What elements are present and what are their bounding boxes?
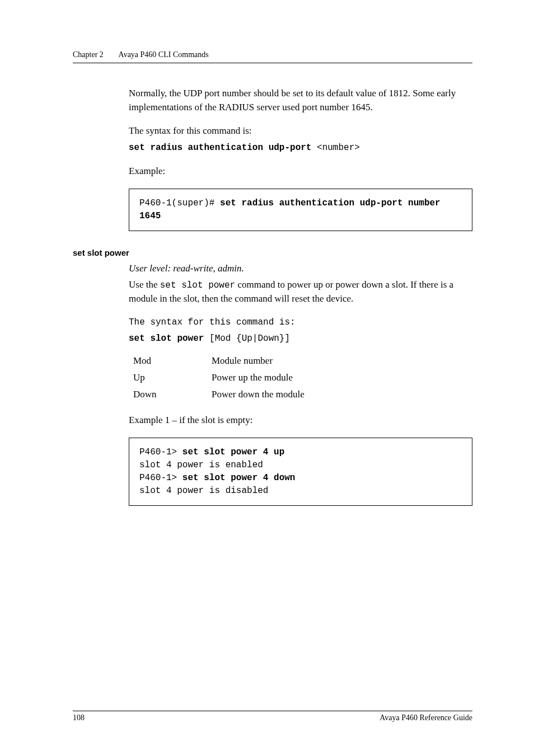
- example2-prompt: P460-1>: [139, 473, 182, 483]
- example2-command: set slot power 4 up: [182, 447, 284, 457]
- syntax-argument: <number>: [311, 143, 359, 153]
- slot-syntax-line: set slot power [Mod {Up|Down}]: [129, 331, 472, 345]
- chapter-number: Chapter 2: [73, 50, 104, 59]
- syntax-command: set radius authentication udp-port: [129, 143, 311, 153]
- example2-output: slot 4 power is disabled: [139, 485, 463, 497]
- guide-title: Avaya P460 Reference Guide: [380, 713, 472, 722]
- user-level: User level: read-write, admin.: [129, 262, 472, 276]
- syntax-line: set radius authentication udp-port <numb…: [129, 140, 472, 154]
- param-name: Down: [133, 389, 212, 400]
- param-row: Up Power up the module: [133, 372, 472, 383]
- example2-prompt: P460-1>: [139, 447, 182, 457]
- page-number: 108: [73, 713, 85, 722]
- slot-syntax-command: set slot power: [129, 334, 204, 344]
- slot-syntax-argument: [Mod {Up|Down}]: [204, 334, 290, 344]
- page-footer: 108 Avaya P460 Reference Guide: [73, 711, 472, 722]
- slot-desc-code: set slot power: [160, 280, 235, 290]
- example2-command: set slot power 4 down: [182, 473, 296, 483]
- example-label: Example:: [129, 165, 472, 179]
- chapter-title: Avaya P460 CLI Commands: [119, 50, 209, 59]
- section-heading: set slot power: [73, 248, 472, 257]
- example2-line: P460-1> set slot power 4 down: [139, 472, 463, 485]
- example2-label: Example 1 – if the slot is empty:: [129, 414, 472, 428]
- param-desc: Power down the module: [212, 389, 472, 400]
- param-name: Mod: [133, 355, 212, 367]
- param-desc: Module number: [212, 355, 472, 367]
- example-box-1: P460-1(super)# set radius authentication…: [129, 189, 472, 231]
- param-name: Up: [133, 372, 212, 383]
- syntax-lead: The syntax for this command is:: [129, 124, 472, 138]
- param-row: Mod Module number: [133, 355, 472, 367]
- param-desc: Power up the module: [212, 372, 472, 383]
- intro-paragraph: Normally, the UDP port number should be …: [129, 87, 472, 114]
- example2-output: slot 4 power is enabled: [139, 459, 463, 472]
- slot-syntax-lead: The syntax for this command is:: [129, 316, 472, 329]
- example2-line: P460-1> set slot power 4 up: [139, 446, 463, 459]
- running-head: Chapter 2 Avaya P460 CLI Commands: [73, 50, 472, 63]
- param-table: Mod Module number Up Power up the module…: [133, 355, 472, 400]
- slot-desc-pre: Use the: [129, 279, 160, 290]
- example-box-2: P460-1> set slot power 4 up slot 4 power…: [129, 438, 472, 506]
- param-row: Down Power down the module: [133, 389, 472, 400]
- slot-description: Use the set slot power command to power …: [129, 278, 472, 306]
- example1-prompt: P460-1(super)#: [139, 198, 220, 208]
